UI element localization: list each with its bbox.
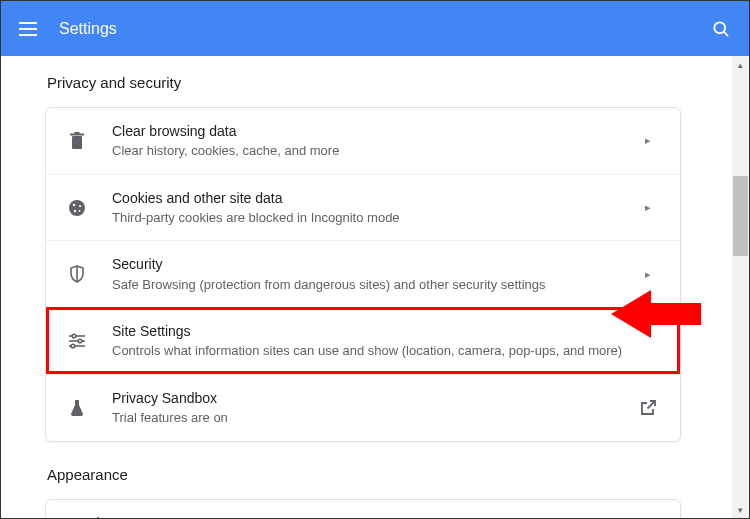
scroll-thumb[interactable] bbox=[733, 176, 748, 256]
chevron-right-icon: ▸ bbox=[636, 134, 660, 147]
svg-point-13 bbox=[78, 339, 82, 343]
content-area: Privacy and security Clear browsing data… bbox=[1, 56, 731, 518]
row-title: Cookies and other site data bbox=[112, 189, 636, 207]
open-external-icon bbox=[636, 399, 660, 417]
settings-window: Settings Privacy and security Clear brow… bbox=[0, 0, 750, 519]
svg-point-6 bbox=[73, 203, 76, 206]
section-title-appearance: Appearance bbox=[47, 466, 731, 483]
privacy-card: Clear browsing data Clear history, cooki… bbox=[45, 107, 681, 442]
svg-point-11 bbox=[72, 334, 76, 338]
search-icon bbox=[711, 19, 731, 39]
row-subtitle: Safe Browsing (protection from dangerous… bbox=[112, 276, 636, 294]
row-title: Theme bbox=[88, 514, 636, 518]
row-subtitle: Controls what information sites can use … bbox=[112, 342, 636, 360]
svg-point-5 bbox=[69, 200, 85, 216]
row-security[interactable]: Security Safe Browsing (protection from … bbox=[46, 240, 680, 307]
scroll-up-icon[interactable]: ▴ bbox=[732, 56, 749, 73]
trash-icon bbox=[66, 132, 88, 150]
scroll-down-icon[interactable]: ▾ bbox=[732, 501, 749, 518]
svg-point-7 bbox=[79, 204, 81, 206]
svg-line-1 bbox=[724, 31, 728, 35]
row-title: Security bbox=[112, 255, 636, 273]
row-subtitle: Third-party cookies are blocked in Incog… bbox=[112, 209, 636, 227]
vertical-scrollbar[interactable]: ▴ ▾ bbox=[732, 56, 749, 518]
sliders-icon bbox=[66, 333, 88, 349]
row-title: Clear browsing data bbox=[112, 122, 636, 140]
shield-icon bbox=[66, 265, 88, 283]
svg-rect-4 bbox=[75, 132, 80, 134]
row-clear-browsing-data[interactable]: Clear browsing data Clear history, cooki… bbox=[46, 108, 680, 174]
row-title: Site Settings bbox=[112, 322, 636, 340]
cookie-icon bbox=[66, 199, 88, 217]
row-subtitle: Clear history, cookies, cache, and more bbox=[112, 142, 636, 160]
row-site-settings[interactable]: Site Settings Controls what information … bbox=[46, 307, 680, 374]
row-privacy-sandbox[interactable]: Privacy Sandbox Trial features are on bbox=[46, 374, 680, 441]
svg-point-9 bbox=[79, 210, 81, 212]
svg-point-15 bbox=[71, 344, 75, 348]
row-title: Privacy Sandbox bbox=[112, 389, 636, 407]
row-subtitle: Trial features are on bbox=[112, 409, 636, 427]
svg-point-0 bbox=[714, 22, 725, 33]
app-header: Settings bbox=[1, 1, 749, 56]
search-button[interactable] bbox=[711, 19, 731, 39]
flask-icon bbox=[66, 399, 88, 417]
chevron-right-icon: ▸ bbox=[636, 268, 660, 281]
svg-rect-2 bbox=[72, 136, 82, 149]
chevron-right-icon: ▸ bbox=[636, 201, 660, 214]
menu-icon[interactable] bbox=[19, 22, 37, 36]
row-cookies[interactable]: Cookies and other site data Third-party … bbox=[46, 174, 680, 241]
page-title: Settings bbox=[59, 20, 117, 38]
section-title-privacy: Privacy and security bbox=[47, 74, 731, 91]
row-theme[interactable]: Theme Open Chrome Web Store bbox=[46, 500, 680, 518]
svg-point-8 bbox=[74, 209, 76, 211]
svg-line-16 bbox=[648, 401, 656, 409]
appearance-card: Theme Open Chrome Web Store bbox=[45, 499, 681, 518]
